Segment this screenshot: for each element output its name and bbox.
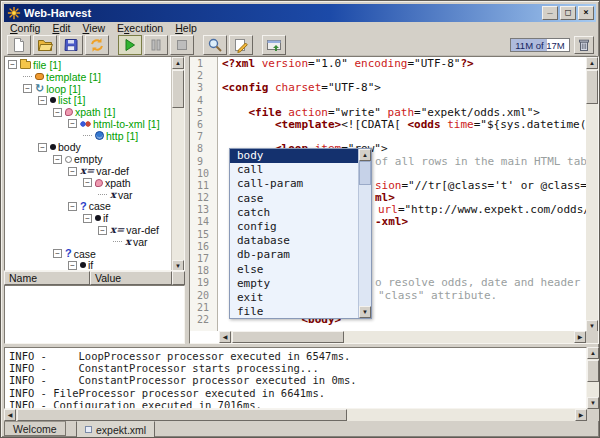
tree-node-empty[interactable]: empty <box>5 153 171 165</box>
collapse-toggle[interactable] <box>83 214 92 223</box>
tree-node-xpath[interactable]: xpath[1] <box>5 106 171 118</box>
title-bar[interactable]: Web-Harvest <box>4 4 596 22</box>
tree-node-file[interactable]: file[1] <box>5 59 171 71</box>
edit-config-button[interactable] <box>229 35 253 55</box>
log-vscrollbar-thumb[interactable] <box>587 360 599 382</box>
tree-node-body[interactable]: body <box>5 142 171 154</box>
tree-node-var-def[interactable]: x=var-def <box>5 165 171 177</box>
collapse-toggle[interactable] <box>68 261 77 270</box>
tree-node-if[interactable]: if <box>5 260 171 270</box>
menu-item-config[interactable]: Config <box>4 22 46 34</box>
log-horizontal-scrollbar[interactable] <box>4 409 587 421</box>
tree-node-html-to-xml[interactable]: html-to-xml[1] <box>5 118 171 130</box>
autocomplete-option-call[interactable]: call <box>230 163 358 177</box>
tree-node-case[interactable]: ?case <box>5 248 171 260</box>
menu-item-edit[interactable]: Edit <box>46 22 76 34</box>
autocomplete-option-body[interactable]: body <box>230 149 358 163</box>
maximize-button[interactable] <box>560 6 576 20</box>
log-scroll-down-button[interactable] <box>587 397 599 409</box>
editor-hscrollbar-thumb[interactable] <box>232 331 344 343</box>
tree-node-template[interactable]: template[1] <box>5 71 171 83</box>
tree-node-var[interactable]: xvar <box>5 189 171 201</box>
menu-item-help[interactable]: Help <box>169 22 203 34</box>
tree-node-loop[interactable]: ↻loop[1] <box>5 83 171 95</box>
autocomplete-option-empty[interactable]: empty <box>230 277 358 291</box>
view-values-button[interactable] <box>203 35 227 55</box>
garbage-collect-button[interactable] <box>574 36 594 54</box>
collapse-toggle[interactable] <box>98 226 107 235</box>
tree-node-var[interactable]: xvar <box>5 236 171 248</box>
tree-scroll-up-button[interactable] <box>172 57 184 69</box>
tree-node-http[interactable]: http[1] <box>5 130 171 142</box>
code-line: <?xml version="1.0" encoding="UTF-8"?> <box>222 58 586 70</box>
collapse-toggle[interactable] <box>83 178 92 187</box>
column-header-value[interactable]: Value <box>90 271 172 285</box>
autocomplete-option-else[interactable]: else <box>230 263 358 277</box>
save-config-button[interactable] <box>59 35 83 55</box>
minimize-button[interactable] <box>542 6 558 20</box>
collapse-toggle[interactable] <box>68 119 77 128</box>
collapse-toggle[interactable] <box>53 249 62 258</box>
stop-button[interactable] <box>170 35 194 55</box>
collapse-toggle[interactable] <box>8 60 17 69</box>
tab-expekt-xml[interactable]: expekt.xml <box>76 421 155 438</box>
editor-scroll-left-button[interactable] <box>219 331 231 343</box>
autocomplete-option-case[interactable]: case <box>230 192 358 206</box>
tree-node-label: case <box>89 200 111 212</box>
autocomplete-option-catch[interactable]: catch <box>230 206 358 220</box>
editor-vscrollbar-thumb[interactable] <box>586 70 598 104</box>
dot-icon <box>80 262 86 268</box>
log-scroll-left-button[interactable] <box>4 409 16 421</box>
menu-item-execution[interactable]: Execution <box>111 22 169 34</box>
autocomplete-option-database[interactable]: database <box>230 234 358 248</box>
tree-scrollbar-thumb[interactable] <box>172 70 184 108</box>
menu-item-view[interactable]: View <box>76 22 111 34</box>
tree-scrollbar[interactable] <box>171 57 184 271</box>
new-config-icon <box>11 37 27 53</box>
open-config-button[interactable] <box>33 35 57 55</box>
collapse-toggle[interactable] <box>68 167 77 176</box>
autocomplete-scroll-up-button[interactable] <box>359 149 371 161</box>
editor-scroll-up-button[interactable] <box>586 57 598 69</box>
editor-vertical-scrollbar[interactable] <box>586 57 598 332</box>
collapse-toggle[interactable] <box>53 108 62 117</box>
run-button[interactable] <box>118 35 142 55</box>
tree-scroll-down-button[interactable] <box>172 260 184 271</box>
collapse-toggle[interactable] <box>23 84 32 93</box>
tree-node-case[interactable]: ?case <box>5 201 171 213</box>
tree-node-if[interactable]: if <box>5 212 171 224</box>
collapse-toggle[interactable] <box>38 143 47 152</box>
reload-config-button[interactable] <box>85 35 109 55</box>
column-header-name[interactable]: Name <box>4 271 90 285</box>
toolbar: 11M of 17M <box>4 34 596 56</box>
dot-icon <box>50 144 56 150</box>
autocomplete-option-db-param[interactable]: db-param <box>230 248 358 262</box>
tree-branch-joint <box>98 194 107 195</box>
log-vertical-scrollbar[interactable] <box>587 347 599 409</box>
collapse-toggle[interactable] <box>38 96 47 105</box>
pause-button[interactable] <box>144 35 168 55</box>
tree-node-var-def[interactable]: x=var-def <box>5 224 171 236</box>
autocomplete-option-call-param[interactable]: call-param <box>230 177 358 191</box>
autocomplete-option-config[interactable]: config <box>230 220 358 234</box>
tab-welcome[interactable]: Welcome <box>4 421 66 436</box>
autocomplete-scroll-down-button[interactable] <box>359 306 371 318</box>
autocomplete-option-exit[interactable]: exit <box>230 291 358 305</box>
log-hscrollbar-thumb[interactable] <box>17 409 347 421</box>
autocomplete-scrollbar[interactable] <box>358 149 371 318</box>
editor-horizontal-scrollbar[interactable] <box>219 331 586 343</box>
xpath-icon <box>65 108 73 116</box>
settings-button[interactable] <box>262 35 286 55</box>
tree-node-label: case <box>74 248 96 260</box>
collapse-toggle[interactable] <box>53 155 62 164</box>
tree-node-list[interactable]: list[1] <box>5 94 171 106</box>
collapse-toggle[interactable] <box>68 202 77 211</box>
autocomplete-scrollbar-thumb[interactable] <box>359 161 371 185</box>
autocomplete-option-file[interactable]: file <box>230 305 358 318</box>
tree-node-xpath[interactable]: xpath <box>5 177 171 189</box>
new-config-button[interactable] <box>7 35 31 55</box>
close-button[interactable] <box>578 6 594 20</box>
log-scroll-right-button[interactable] <box>575 409 587 421</box>
log-scroll-up-button[interactable] <box>587 347 599 359</box>
editor-scroll-right-button[interactable] <box>574 331 586 343</box>
